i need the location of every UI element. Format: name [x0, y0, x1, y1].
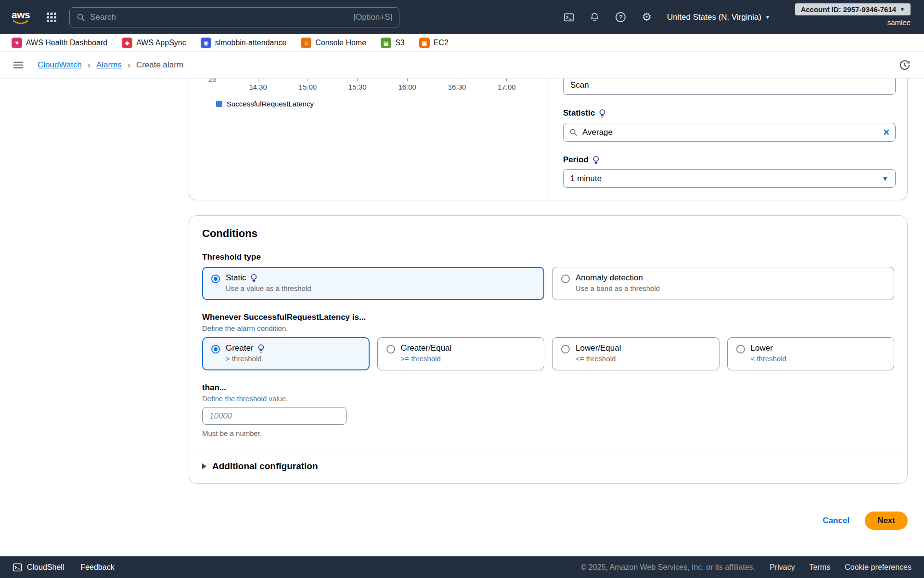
- legend-color-swatch: [216, 101, 222, 107]
- search-icon: [569, 128, 578, 136]
- search-placeholder: Search: [90, 13, 348, 22]
- region-selector[interactable]: United States (N. Virginia) ▼: [667, 13, 770, 22]
- chevron-down-icon: ▼: [882, 175, 888, 183]
- tile-lower-equal[interactable]: Lower/Equal <= threshold: [552, 337, 719, 370]
- tile-greater-equal[interactable]: Greater/Equal >= threshold: [377, 337, 545, 370]
- aws-logo[interactable]: aws: [12, 10, 30, 24]
- threshold-constraint-hint: Must be a number.: [202, 429, 894, 437]
- x-axis: 14:30 15:00 15:30 16:00 16:30 17:00: [244, 79, 521, 91]
- global-search-input[interactable]: Search [Option+S]: [69, 7, 399, 27]
- tile-description: < threshold: [751, 355, 787, 363]
- console-home-icon: ⌂: [301, 38, 311, 48]
- radio-lower-equal[interactable]: [561, 345, 570, 354]
- tile-description: >= threshold: [401, 355, 452, 363]
- breadcrumb-separator: ›: [88, 60, 90, 70]
- account-id-label: Account ID: 2957-9346-7614: [801, 5, 896, 13]
- info-lightbulb-icon[interactable]: [250, 274, 257, 283]
- chart-legend[interactable]: SuccessfulRequestLatency: [216, 100, 314, 108]
- aws-logo-text: aws: [12, 10, 30, 20]
- favorite-ec2[interactable]: ▦ EC2: [419, 38, 449, 48]
- x-axis-tick: 17:00: [492, 79, 521, 91]
- cancel-button[interactable]: Cancel: [822, 516, 849, 525]
- chevron-down-icon: ▼: [765, 14, 770, 20]
- question-mark-icon: ?: [616, 12, 626, 22]
- clear-icon[interactable]: ×: [883, 127, 889, 138]
- additional-configuration-expander[interactable]: Additional configuration: [202, 451, 894, 483]
- tile-label: Lower/Equal: [576, 343, 621, 353]
- period-label: Period: [563, 155, 896, 165]
- tile-label: Lower: [751, 343, 773, 353]
- s3-icon: ▤: [381, 38, 391, 48]
- statistic-input[interactable]: Average ×: [563, 123, 896, 142]
- history-clock-icon[interactable]: [899, 59, 911, 71]
- cloudshell-icon[interactable]: [563, 12, 575, 23]
- tile-static-threshold[interactable]: Static Use a value as a threshold: [202, 267, 544, 300]
- expand-caret-icon: [202, 463, 206, 469]
- metric-panel: 25 14:30 15:00 15:30 16:00 16:30 17:00 S…: [189, 79, 908, 200]
- notifications-bell-icon[interactable]: [589, 12, 601, 23]
- whenever-description: Define the alarm condition.: [202, 324, 894, 332]
- tile-description: <= threshold: [576, 355, 621, 363]
- radio-greater[interactable]: [211, 345, 220, 354]
- search-shortcut-hint: [Option+S]: [353, 13, 392, 22]
- privacy-link[interactable]: Privacy: [770, 563, 795, 572]
- radio-greater-equal[interactable]: [386, 345, 395, 354]
- console-footer: CloudShell Feedback © 2025, Amazon Web S…: [0, 556, 924, 578]
- appsync-icon: ◆: [122, 38, 132, 48]
- services-grid-icon[interactable]: [46, 12, 57, 23]
- tile-description: Use a band as a threshold: [576, 284, 660, 292]
- than-description: Define the threshold value.: [202, 394, 894, 403]
- metric-name-input[interactable]: [563, 79, 896, 95]
- statistic-value: Average: [582, 128, 878, 137]
- x-axis-tick: 16:00: [393, 79, 422, 91]
- breadcrumb-separator: ›: [128, 60, 130, 70]
- tile-label: Greater: [226, 343, 254, 353]
- favorite-aws-appsync[interactable]: ◆ AWS AppSync: [122, 38, 186, 48]
- statistic-label: Statistic: [563, 108, 896, 118]
- tile-lower[interactable]: Lower < threshold: [727, 337, 895, 370]
- favorite-s3[interactable]: ▤ S3: [381, 38, 405, 48]
- conditions-title: Conditions: [202, 227, 894, 240]
- aws-smile-icon: [13, 20, 29, 24]
- help-icon[interactable]: ?: [615, 12, 627, 23]
- terms-link[interactable]: Terms: [809, 563, 831, 572]
- radio-static[interactable]: [211, 275, 220, 283]
- tile-description: > threshold: [226, 355, 265, 363]
- threshold-value-input[interactable]: [202, 407, 346, 425]
- settings-gear-icon[interactable]: ⚙: [641, 12, 653, 23]
- side-menu-hamburger-icon[interactable]: [13, 62, 23, 68]
- ec2-icon: ▦: [419, 38, 430, 48]
- radio-lower[interactable]: [736, 345, 745, 354]
- period-select[interactable]: 1 minute ▼: [563, 169, 896, 188]
- tile-description: Use a value as a threshold: [226, 284, 311, 292]
- next-button[interactable]: Next: [865, 512, 908, 530]
- top-navigation: aws Search [Option+S] ? ⚙ United States …: [0, 0, 924, 34]
- whenever-label: Whenever SuccessfulRequestLatency is...: [202, 313, 894, 322]
- breadcrumb-bar: CloudWatch › Alarms › Create alarm: [0, 52, 924, 79]
- cloudshell-launcher[interactable]: CloudShell: [13, 563, 64, 572]
- radio-anomaly-detection[interactable]: [561, 275, 570, 283]
- tile-anomaly-detection[interactable]: Anomaly detection Use a band as a thresh…: [552, 267, 894, 300]
- favorite-slmobbin-attendance[interactable]: ◉ slmobbin-attendance: [201, 38, 287, 48]
- info-lightbulb-icon[interactable]: [599, 109, 606, 118]
- breadcrumb-alarms[interactable]: Alarms: [96, 60, 122, 70]
- cookie-preferences-link[interactable]: Cookie preferences: [845, 563, 911, 572]
- tile-label: Static: [226, 273, 246, 283]
- account-menu-button[interactable]: Account ID: 2957-9346-7614 ▼: [795, 3, 911, 15]
- info-lightbulb-icon[interactable]: [592, 156, 600, 165]
- conditions-section: Conditions Threshold type Static Use a v…: [189, 215, 908, 484]
- info-lightbulb-icon[interactable]: [257, 344, 265, 353]
- favorite-aws-health-dashboard[interactable]: ♥ AWS Health Dashboard: [12, 38, 107, 48]
- favorite-console-home[interactable]: ⌂ Console Home: [301, 38, 366, 48]
- period-value: 1 minute: [570, 174, 602, 184]
- feedback-link[interactable]: Feedback: [80, 563, 114, 572]
- x-axis-tick: 15:30: [343, 79, 372, 91]
- x-axis-tick: 14:30: [244, 79, 272, 91]
- tile-greater[interactable]: Greater > threshold: [202, 337, 370, 370]
- breadcrumb-cloudwatch[interactable]: CloudWatch: [38, 60, 82, 70]
- footer-links: © 2025, Amazon Web Services, Inc. or its…: [581, 563, 911, 572]
- tile-label: Anomaly detection: [576, 273, 643, 283]
- main-content: 25 14:30 15:00 15:30 16:00 16:30 17:00 S…: [189, 79, 908, 530]
- metric-chart: 25 14:30 15:00 15:30 16:00 16:30 17:00 S…: [189, 79, 549, 200]
- favorites-bar: ♥ AWS Health Dashboard ◆ AWS AppSync ◉ s…: [0, 34, 924, 52]
